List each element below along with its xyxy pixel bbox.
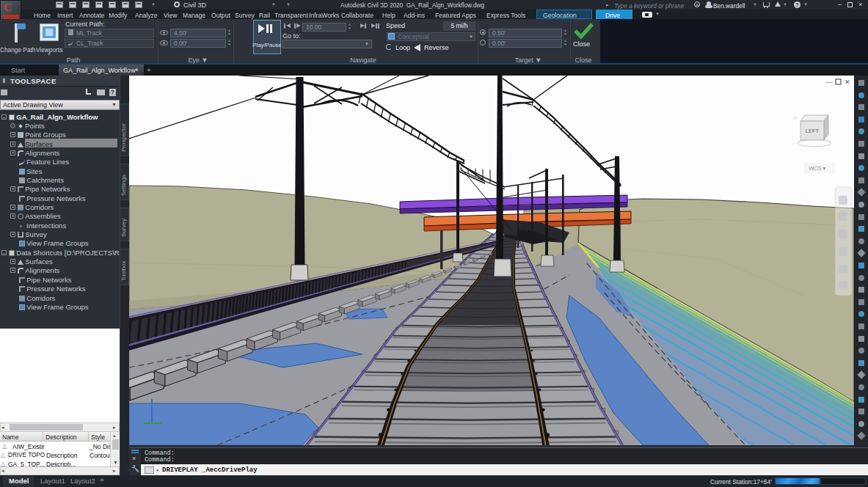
svg-text:⌂: ⌂ — [794, 114, 798, 121]
svg-text:✕: ✕ — [845, 78, 850, 86]
svg-text:LEFT: LEFT — [806, 128, 820, 134]
svg-text:—: — — [826, 78, 833, 86]
svg-text:WCS ▾: WCS ▾ — [809, 165, 826, 172]
